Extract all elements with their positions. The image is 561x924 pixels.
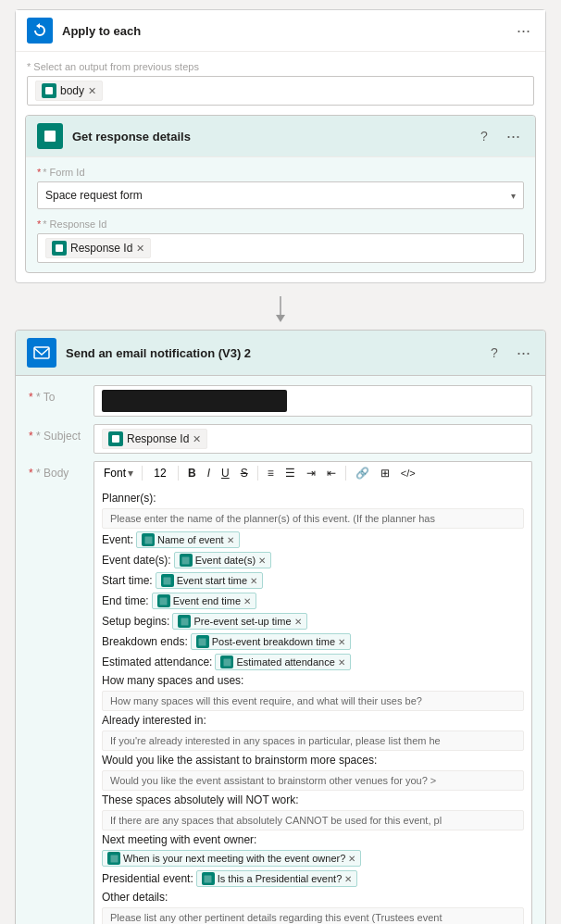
breakdown-line: Breakdown ends: Post-event breakdown tim… — [102, 633, 524, 650]
setup-close[interactable]: ✕ — [294, 617, 302, 627]
email-title: Send an email notification (V3) 2 — [66, 346, 483, 360]
svg-rect-13 — [160, 597, 168, 605]
link-button[interactable]: 🔗 — [351, 465, 374, 481]
svg-rect-17 — [110, 855, 118, 862]
response-id-input[interactable]: Response Id ✕ — [37, 233, 524, 263]
get-response-ellipsis[interactable]: ··· — [503, 126, 524, 146]
next-meeting-token: When is your next meeting with the event… — [102, 850, 361, 867]
email-to-row: * * To — [29, 385, 532, 417]
apply-card-icon — [27, 18, 53, 44]
form-id-label: ** Form Id — [37, 167, 524, 178]
select-output-input[interactable]: body ✕ — [27, 76, 534, 106]
attendance-token: Estimated attendance ✕ — [215, 654, 350, 670]
strikethrough-button[interactable]: S — [236, 465, 253, 481]
spaces-header: How many spaces and uses: — [102, 674, 243, 687]
end-time-text: Event end time — [173, 595, 241, 606]
response-id-icon — [52, 241, 67, 256]
italic-button[interactable]: I — [203, 465, 215, 481]
down-arrow-icon — [271, 296, 290, 324]
apply-card-title: Apply to each — [62, 24, 513, 38]
form-id-value: Space request form — [45, 189, 143, 202]
not-work-text: If there are any spaces that absolutely … — [102, 810, 524, 830]
event-dates-token: Event date(s) ✕ — [174, 552, 271, 568]
planners-line: Planner(s): — [102, 492, 524, 505]
loop-icon — [32, 23, 47, 38]
brainstorm-label-line: Would you like the assistant to brainsto… — [102, 754, 524, 767]
event-token-close[interactable]: ✕ — [227, 535, 234, 545]
indent-button[interactable]: ⇥ — [302, 465, 320, 481]
email-help-btn[interactable]: ? — [483, 342, 505, 364]
email-subject-row: * * Subject Response Id ✕ — [29, 424, 532, 454]
attendance-close[interactable]: ✕ — [338, 657, 345, 668]
image-button[interactable]: ⊞ — [376, 465, 394, 481]
svg-rect-11 — [182, 556, 190, 564]
breakdown-close[interactable]: ✕ — [338, 637, 345, 647]
subject-token-close[interactable]: ✕ — [193, 434, 201, 444]
body-toolbar: Font ▾ B I U S ≡ ☰ — [94, 461, 532, 484]
presidential-close[interactable]: ✕ — [344, 874, 352, 884]
breakdown-token: Post-event breakdown time ✕ — [191, 633, 351, 650]
form-id-input[interactable]: Space request form ▾ — [37, 181, 524, 209]
subject-input[interactable]: Response Id ✕ — [94, 424, 532, 454]
body-token-close[interactable]: ✕ — [88, 86, 96, 96]
svg-rect-5 — [56, 244, 63, 252]
ol-button[interactable]: ≡ — [263, 465, 279, 481]
toolbar-sep-4 — [345, 466, 346, 481]
presidential-token: Is this a Presidential event? ✕ — [196, 870, 358, 887]
font-size-input[interactable] — [147, 467, 173, 480]
get-response-card: Get response details ? ··· ** Form Id — [25, 115, 536, 273]
setup-text: Pre-event set-up time — [193, 616, 291, 627]
event-token-text: Name of event — [157, 534, 224, 545]
forms-icon-small — [55, 243, 64, 253]
font-selector[interactable]: Font ▾ — [100, 465, 137, 481]
email-icon-box — [27, 338, 56, 368]
breakdown-text: Post-event breakdown time — [212, 636, 335, 647]
next-meeting-close[interactable]: ✕ — [348, 854, 355, 864]
svg-rect-12 — [164, 577, 171, 584]
attendance-text: Estimated attendance — [236, 656, 334, 668]
rich-text-editor[interactable]: Planner(s): Please enter the name of the… — [94, 484, 532, 924]
body-label: * * Body — [29, 461, 84, 480]
subject-token: Response Id ✕ — [102, 429, 207, 449]
start-time-close[interactable]: ✕ — [250, 576, 257, 586]
outdent-button[interactable]: ⇤ — [322, 465, 341, 481]
attendance-icon — [220, 656, 233, 668]
form-id-chevron: ▾ — [511, 191, 516, 201]
ul-button[interactable]: ☰ — [280, 465, 300, 481]
main-content: Apply to each ··· * Select an output fro… — [0, 0, 561, 924]
forms-detail-icon — [44, 130, 56, 143]
email-ellipsis-btn[interactable]: ··· — [513, 343, 534, 363]
svg-rect-14 — [181, 618, 188, 625]
event-token-icon — [142, 533, 155, 546]
event-name-token: Name of event ✕ — [136, 531, 240, 548]
apply-card-ellipsis[interactable]: ··· — [513, 20, 534, 41]
to-input[interactable] — [94, 385, 532, 417]
setup-icon — [178, 615, 191, 628]
event-date-line: Event date(s): Event date(s) ✕ — [102, 552, 524, 568]
forms-icon-box — [37, 123, 63, 149]
get-response-help[interactable]: ? — [473, 125, 495, 147]
email-body: * * To * * Subject — [16, 376, 545, 924]
to-input-wrapper — [94, 385, 532, 417]
page-wrapper: Apply to each ··· * Select an output fro… — [0, 0, 561, 924]
presidential-text: Is this a Presidential event? — [218, 873, 343, 884]
already-interested-text: If you're already interested in any spac… — [102, 730, 524, 751]
end-time-close[interactable]: ✕ — [243, 596, 251, 606]
subject-forms-icon — [111, 434, 120, 443]
svg-rect-0 — [45, 87, 53, 94]
response-id-close[interactable]: ✕ — [136, 243, 144, 254]
response-id-label: ** Response Id — [37, 219, 524, 230]
to-masked-value — [102, 390, 287, 412]
bold-button[interactable]: B — [183, 465, 201, 481]
event-dates-close[interactable]: ✕ — [258, 556, 266, 566]
brainstorm-text: Would you like the event assistant to br… — [102, 770, 524, 791]
event-date-label: Event date(s): — [102, 554, 171, 567]
next-meeting-token-line: When is your next meeting with the event… — [102, 850, 524, 867]
subject-input-wrapper: Response Id ✕ — [94, 424, 532, 454]
underline-button[interactable]: U — [217, 465, 234, 481]
spaces-header-line: How many spaces and uses: — [102, 674, 524, 687]
body-token-label: body — [60, 84, 84, 97]
apply-card-header: Apply to each ··· — [16, 10, 545, 52]
html-button[interactable]: </> — [396, 466, 420, 481]
start-time-text: Event start time — [177, 575, 247, 586]
